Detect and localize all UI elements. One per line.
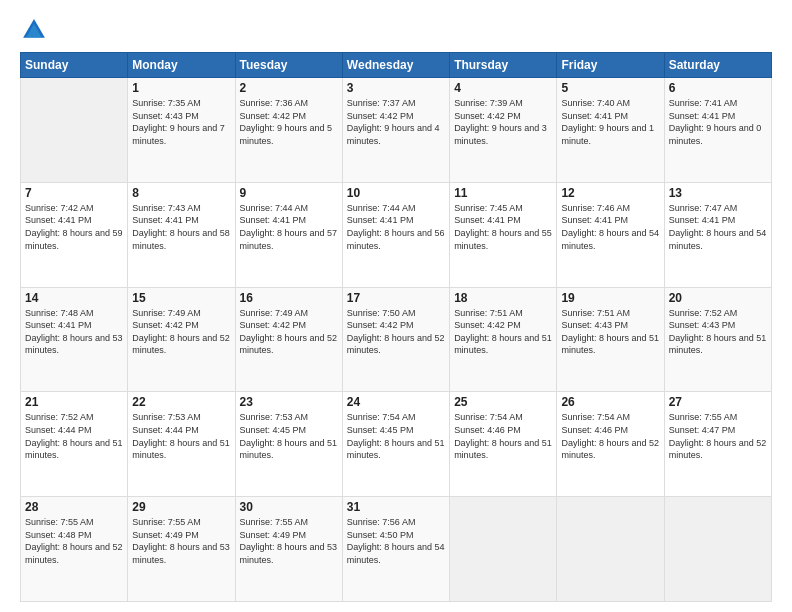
calendar-cell: 6Sunrise: 7:41 AMSunset: 4:41 PMDaylight…	[664, 78, 771, 183]
day-number: 31	[347, 500, 445, 514]
day-number: 5	[561, 81, 659, 95]
day-number: 11	[454, 186, 552, 200]
day-info: Sunrise: 7:54 AMSunset: 4:46 PMDaylight:…	[561, 411, 659, 461]
day-info: Sunrise: 7:46 AMSunset: 4:41 PMDaylight:…	[561, 202, 659, 252]
day-number: 22	[132, 395, 230, 409]
calendar-cell: 29Sunrise: 7:55 AMSunset: 4:49 PMDayligh…	[128, 497, 235, 602]
calendar-header-thursday: Thursday	[450, 53, 557, 78]
day-info: Sunrise: 7:43 AMSunset: 4:41 PMDaylight:…	[132, 202, 230, 252]
calendar-header-monday: Monday	[128, 53, 235, 78]
day-number: 25	[454, 395, 552, 409]
day-info: Sunrise: 7:35 AMSunset: 4:43 PMDaylight:…	[132, 97, 230, 147]
page: SundayMondayTuesdayWednesdayThursdayFrid…	[0, 0, 792, 612]
day-info: Sunrise: 7:50 AMSunset: 4:42 PMDaylight:…	[347, 307, 445, 357]
day-number: 17	[347, 291, 445, 305]
day-info: Sunrise: 7:42 AMSunset: 4:41 PMDaylight:…	[25, 202, 123, 252]
day-number: 10	[347, 186, 445, 200]
calendar-cell: 17Sunrise: 7:50 AMSunset: 4:42 PMDayligh…	[342, 287, 449, 392]
day-number: 6	[669, 81, 767, 95]
day-number: 13	[669, 186, 767, 200]
calendar-cell: 31Sunrise: 7:56 AMSunset: 4:50 PMDayligh…	[342, 497, 449, 602]
day-info: Sunrise: 7:40 AMSunset: 4:41 PMDaylight:…	[561, 97, 659, 147]
day-info: Sunrise: 7:37 AMSunset: 4:42 PMDaylight:…	[347, 97, 445, 147]
calendar-cell	[664, 497, 771, 602]
calendar-cell: 10Sunrise: 7:44 AMSunset: 4:41 PMDayligh…	[342, 182, 449, 287]
day-number: 4	[454, 81, 552, 95]
calendar-header-row: SundayMondayTuesdayWednesdayThursdayFrid…	[21, 53, 772, 78]
day-number: 12	[561, 186, 659, 200]
day-number: 19	[561, 291, 659, 305]
day-info: Sunrise: 7:55 AMSunset: 4:49 PMDaylight:…	[132, 516, 230, 566]
day-info: Sunrise: 7:56 AMSunset: 4:50 PMDaylight:…	[347, 516, 445, 566]
calendar-cell: 21Sunrise: 7:52 AMSunset: 4:44 PMDayligh…	[21, 392, 128, 497]
calendar-cell: 15Sunrise: 7:49 AMSunset: 4:42 PMDayligh…	[128, 287, 235, 392]
calendar-header-wednesday: Wednesday	[342, 53, 449, 78]
day-info: Sunrise: 7:55 AMSunset: 4:48 PMDaylight:…	[25, 516, 123, 566]
day-info: Sunrise: 7:54 AMSunset: 4:45 PMDaylight:…	[347, 411, 445, 461]
day-number: 1	[132, 81, 230, 95]
calendar-cell: 24Sunrise: 7:54 AMSunset: 4:45 PMDayligh…	[342, 392, 449, 497]
day-info: Sunrise: 7:55 AMSunset: 4:47 PMDaylight:…	[669, 411, 767, 461]
day-number: 30	[240, 500, 338, 514]
calendar-header-tuesday: Tuesday	[235, 53, 342, 78]
calendar-cell: 27Sunrise: 7:55 AMSunset: 4:47 PMDayligh…	[664, 392, 771, 497]
day-info: Sunrise: 7:51 AMSunset: 4:42 PMDaylight:…	[454, 307, 552, 357]
day-info: Sunrise: 7:48 AMSunset: 4:41 PMDaylight:…	[25, 307, 123, 357]
calendar-cell: 5Sunrise: 7:40 AMSunset: 4:41 PMDaylight…	[557, 78, 664, 183]
day-info: Sunrise: 7:44 AMSunset: 4:41 PMDaylight:…	[347, 202, 445, 252]
day-number: 2	[240, 81, 338, 95]
day-number: 7	[25, 186, 123, 200]
calendar-cell: 22Sunrise: 7:53 AMSunset: 4:44 PMDayligh…	[128, 392, 235, 497]
calendar-cell: 7Sunrise: 7:42 AMSunset: 4:41 PMDaylight…	[21, 182, 128, 287]
day-number: 3	[347, 81, 445, 95]
calendar-cell: 28Sunrise: 7:55 AMSunset: 4:48 PMDayligh…	[21, 497, 128, 602]
calendar-cell: 20Sunrise: 7:52 AMSunset: 4:43 PMDayligh…	[664, 287, 771, 392]
day-info: Sunrise: 7:39 AMSunset: 4:42 PMDaylight:…	[454, 97, 552, 147]
calendar-week-row: 21Sunrise: 7:52 AMSunset: 4:44 PMDayligh…	[21, 392, 772, 497]
calendar-cell: 16Sunrise: 7:49 AMSunset: 4:42 PMDayligh…	[235, 287, 342, 392]
day-info: Sunrise: 7:52 AMSunset: 4:43 PMDaylight:…	[669, 307, 767, 357]
calendar-cell: 3Sunrise: 7:37 AMSunset: 4:42 PMDaylight…	[342, 78, 449, 183]
day-info: Sunrise: 7:49 AMSunset: 4:42 PMDaylight:…	[240, 307, 338, 357]
day-number: 28	[25, 500, 123, 514]
calendar-cell: 25Sunrise: 7:54 AMSunset: 4:46 PMDayligh…	[450, 392, 557, 497]
calendar-cell: 18Sunrise: 7:51 AMSunset: 4:42 PMDayligh…	[450, 287, 557, 392]
day-number: 21	[25, 395, 123, 409]
calendar-header-sunday: Sunday	[21, 53, 128, 78]
day-number: 18	[454, 291, 552, 305]
calendar-cell: 12Sunrise: 7:46 AMSunset: 4:41 PMDayligh…	[557, 182, 664, 287]
day-info: Sunrise: 7:51 AMSunset: 4:43 PMDaylight:…	[561, 307, 659, 357]
calendar-header-friday: Friday	[557, 53, 664, 78]
calendar-week-row: 14Sunrise: 7:48 AMSunset: 4:41 PMDayligh…	[21, 287, 772, 392]
calendar-cell: 26Sunrise: 7:54 AMSunset: 4:46 PMDayligh…	[557, 392, 664, 497]
day-info: Sunrise: 7:44 AMSunset: 4:41 PMDaylight:…	[240, 202, 338, 252]
logo	[20, 16, 52, 44]
day-info: Sunrise: 7:45 AMSunset: 4:41 PMDaylight:…	[454, 202, 552, 252]
day-info: Sunrise: 7:41 AMSunset: 4:41 PMDaylight:…	[669, 97, 767, 147]
day-number: 14	[25, 291, 123, 305]
calendar-cell: 4Sunrise: 7:39 AMSunset: 4:42 PMDaylight…	[450, 78, 557, 183]
calendar-cell: 13Sunrise: 7:47 AMSunset: 4:41 PMDayligh…	[664, 182, 771, 287]
day-info: Sunrise: 7:47 AMSunset: 4:41 PMDaylight:…	[669, 202, 767, 252]
calendar-week-row: 7Sunrise: 7:42 AMSunset: 4:41 PMDaylight…	[21, 182, 772, 287]
calendar-cell: 1Sunrise: 7:35 AMSunset: 4:43 PMDaylight…	[128, 78, 235, 183]
calendar-week-row: 28Sunrise: 7:55 AMSunset: 4:48 PMDayligh…	[21, 497, 772, 602]
logo-icon	[20, 16, 48, 44]
day-number: 27	[669, 395, 767, 409]
day-info: Sunrise: 7:52 AMSunset: 4:44 PMDaylight:…	[25, 411, 123, 461]
calendar-cell: 11Sunrise: 7:45 AMSunset: 4:41 PMDayligh…	[450, 182, 557, 287]
calendar-cell: 2Sunrise: 7:36 AMSunset: 4:42 PMDaylight…	[235, 78, 342, 183]
calendar-cell	[557, 497, 664, 602]
calendar-cell	[21, 78, 128, 183]
day-number: 20	[669, 291, 767, 305]
day-info: Sunrise: 7:36 AMSunset: 4:42 PMDaylight:…	[240, 97, 338, 147]
day-info: Sunrise: 7:49 AMSunset: 4:42 PMDaylight:…	[132, 307, 230, 357]
calendar-cell: 8Sunrise: 7:43 AMSunset: 4:41 PMDaylight…	[128, 182, 235, 287]
calendar-cell: 9Sunrise: 7:44 AMSunset: 4:41 PMDaylight…	[235, 182, 342, 287]
calendar-cell: 19Sunrise: 7:51 AMSunset: 4:43 PMDayligh…	[557, 287, 664, 392]
day-number: 16	[240, 291, 338, 305]
day-info: Sunrise: 7:53 AMSunset: 4:45 PMDaylight:…	[240, 411, 338, 461]
day-number: 15	[132, 291, 230, 305]
calendar-cell: 14Sunrise: 7:48 AMSunset: 4:41 PMDayligh…	[21, 287, 128, 392]
calendar-cell	[450, 497, 557, 602]
